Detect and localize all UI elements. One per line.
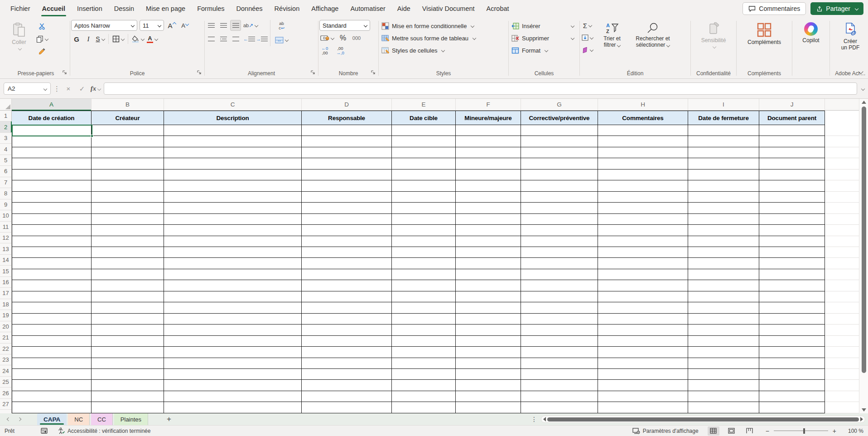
cell-A4[interactable] xyxy=(12,147,92,158)
zoom-slider-thumb[interactable] xyxy=(803,428,805,434)
cell-G2[interactable] xyxy=(521,125,598,136)
row-number[interactable]: 17 xyxy=(0,288,11,299)
cell-C26[interactable] xyxy=(164,391,302,402)
zoom-level[interactable]: 100 % xyxy=(846,428,863,434)
format-as-table-button[interactable]: Mettre sous forme de tableau xyxy=(380,32,477,44)
menu-tab[interactable]: Affichage xyxy=(305,0,344,17)
fill-color-button[interactable] xyxy=(131,34,145,44)
cell-F5[interactable] xyxy=(456,158,521,169)
column-header[interactable]: J xyxy=(759,99,825,110)
cell-filler[interactable] xyxy=(825,203,859,213)
cell-B25[interactable] xyxy=(92,380,164,391)
cell-B7[interactable] xyxy=(92,180,164,191)
cell-J5[interactable] xyxy=(759,158,825,169)
cell-F23[interactable] xyxy=(456,358,521,369)
cell-G27[interactable] xyxy=(521,402,598,413)
cell-filler[interactable] xyxy=(825,170,859,180)
row-number[interactable]: 1 xyxy=(0,111,11,121)
table-header-cell[interactable]: Mineure/majeure xyxy=(456,111,521,125)
cell-C3[interactable] xyxy=(164,136,302,147)
dialog-launcher-icon[interactable] xyxy=(62,70,67,75)
cell-E18[interactable] xyxy=(392,302,456,313)
cell-B6[interactable] xyxy=(92,170,164,180)
cell-F3[interactable] xyxy=(456,136,521,147)
cell-A16[interactable] xyxy=(12,280,92,291)
cell-C10[interactable] xyxy=(164,214,302,225)
cell-G18[interactable] xyxy=(521,302,598,313)
menu-tab[interactable]: Mise en page xyxy=(140,0,191,17)
cell-C6[interactable] xyxy=(164,170,302,180)
cell-H21[interactable] xyxy=(598,336,688,347)
cell-G26[interactable] xyxy=(521,391,598,402)
cell-E9[interactable] xyxy=(392,203,456,213)
cell-J4[interactable] xyxy=(759,147,825,158)
format-painter-button[interactable] xyxy=(35,46,49,57)
cell-E8[interactable] xyxy=(392,192,456,203)
cell-H18[interactable] xyxy=(598,302,688,313)
cell-H14[interactable] xyxy=(598,258,688,269)
column-header[interactable]: C xyxy=(164,99,302,110)
cell-E15[interactable] xyxy=(392,269,456,280)
font-size-select[interactable]: 11 xyxy=(140,20,164,31)
cell-H25[interactable] xyxy=(598,380,688,391)
cell-I9[interactable] xyxy=(688,203,759,213)
increase-decimal-button[interactable]: ←0,00 xyxy=(319,45,330,56)
cell-filler[interactable] xyxy=(825,247,859,258)
menu-tab[interactable]: Données xyxy=(231,0,269,17)
cell-A18[interactable] xyxy=(12,302,92,313)
cell-C5[interactable] xyxy=(164,158,302,169)
cell-A24[interactable] xyxy=(12,369,92,380)
sheet-tab[interactable]: CC xyxy=(91,413,113,425)
cell-I15[interactable] xyxy=(688,269,759,280)
cell-D2[interactable] xyxy=(302,125,392,136)
row-number[interactable]: 9 xyxy=(0,199,11,210)
menu-tab[interactable]: Formules xyxy=(191,0,230,17)
cell-F15[interactable] xyxy=(456,269,521,280)
merge-center-button[interactable]: ↔ xyxy=(274,34,289,45)
cell-C13[interactable] xyxy=(164,247,302,258)
cell-D21[interactable] xyxy=(302,336,392,347)
formula-input[interactable] xyxy=(104,82,857,95)
cell-B16[interactable] xyxy=(92,280,164,291)
column-header[interactable]: D xyxy=(302,99,392,110)
cell-C20[interactable] xyxy=(164,325,302,335)
horizontal-scrollbar[interactable] xyxy=(541,416,865,423)
vertical-scroll-thumb[interactable] xyxy=(862,107,866,373)
cell-G19[interactable] xyxy=(521,314,598,325)
cell-H26[interactable] xyxy=(598,391,688,402)
cell-D27[interactable] xyxy=(302,402,392,413)
row-number[interactable]: 26 xyxy=(0,388,11,398)
collapse-ribbon-button[interactable] xyxy=(857,68,863,75)
cell-G3[interactable] xyxy=(521,136,598,147)
sheet-tab[interactable]: CAPA xyxy=(37,413,67,425)
cell-G11[interactable] xyxy=(521,225,598,236)
cell-I21[interactable] xyxy=(688,336,759,347)
decrease-font-button[interactable]: A xyxy=(179,20,190,31)
cell-D14[interactable] xyxy=(302,258,392,269)
accounting-format-button[interactable] xyxy=(319,33,335,44)
cell-styles-button[interactable]: Styles de cellules xyxy=(380,44,477,56)
cell-H9[interactable] xyxy=(598,203,688,213)
cell-E19[interactable] xyxy=(392,314,456,325)
cell-filler[interactable] xyxy=(825,302,859,313)
vertical-scrollbar[interactable] xyxy=(859,99,868,413)
table-header-cell[interactable]: Corrective/préventive xyxy=(521,111,598,125)
paste-button[interactable]: Coller xyxy=(6,20,32,51)
cell-C18[interactable] xyxy=(164,302,302,313)
cell-H8[interactable] xyxy=(598,192,688,203)
cell-B27[interactable] xyxy=(92,402,164,413)
cell-filler[interactable] xyxy=(825,358,859,369)
menu-tab[interactable]: Automatiser xyxy=(344,0,391,17)
row-number[interactable]: 8 xyxy=(0,188,11,199)
cell-J8[interactable] xyxy=(759,192,825,203)
cell-J17[interactable] xyxy=(759,291,825,302)
confirm-entry-button[interactable]: ✓ xyxy=(77,83,87,94)
cell-H10[interactable] xyxy=(598,214,688,225)
column-header[interactable]: H xyxy=(598,99,688,110)
cell-J12[interactable] xyxy=(759,236,825,247)
cell-I3[interactable] xyxy=(688,136,759,147)
cell-B10[interactable] xyxy=(92,214,164,225)
cell-F25[interactable] xyxy=(456,380,521,391)
cell-B19[interactable] xyxy=(92,314,164,325)
table-header-cell[interactable]: Date cible xyxy=(392,111,456,125)
